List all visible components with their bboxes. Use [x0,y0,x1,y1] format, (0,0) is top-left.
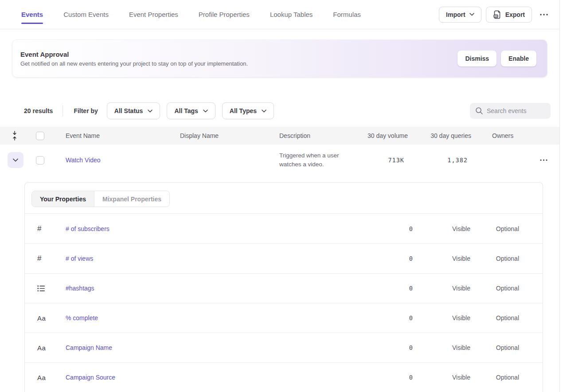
properties-panel-tabs: Your Properties Mixpanel Properties [25,183,543,214]
tags-filter-dropdown[interactable]: All Tags [167,102,215,119]
more-options-icon [540,14,548,16]
chevron-down-icon [13,158,18,162]
filter-toolbar: 20 results Filter by All Status All Tags… [24,102,551,119]
top-actions: Import csv Export [439,7,551,23]
column-header-queries: 30 day queries [408,132,471,139]
import-button[interactable]: Import [439,7,481,23]
property-visibility: Visible [413,225,470,232]
search-icon [475,107,483,115]
nav-tabs: Events Custom Events Event Properties Pr… [21,11,361,18]
status-filter-dropdown[interactable]: All Status [107,102,160,119]
tab-lookup-tables[interactable]: Lookup Tables [270,11,313,18]
column-header-display-name: Display Name [180,132,279,139]
properties-panel: Your Properties Mixpanel Properties # # … [24,182,543,392]
export-button[interactable]: csv Export [486,7,532,23]
property-count: 0 [360,255,413,262]
list-type-icon [25,285,66,292]
status-filter-label: All Status [114,107,143,114]
column-header-event-name: Event Name [66,132,180,139]
tab-profile-properties[interactable]: Profile Properties [199,11,250,18]
chevron-down-icon [203,110,208,113]
property-row: # # of views 0 Visible Optional [25,243,543,273]
banner-actions: Dismiss Enable [458,51,536,67]
property-count: 0 [360,374,413,381]
property-row: Aa Campaign Name 0 Visible Optional [25,333,543,362]
text-type-icon: Aa [25,344,66,352]
text-type-icon: Aa [25,374,66,381]
property-name-link[interactable]: # of views [66,255,93,262]
column-header-description: Description [279,132,355,139]
property-visibility: Visible [413,255,470,262]
property-visibility: Visible [413,344,470,351]
row-checkbox[interactable] [36,156,44,165]
chevron-down-icon [148,110,153,113]
svg-text:csv: csv [494,15,497,17]
banner-description: Get notified on all new events entering … [20,60,248,67]
import-button-label: Import [446,11,465,18]
tab-your-properties[interactable]: Your Properties [32,191,94,207]
lexicon-window: Events Custom Events Event Properties Pr… [0,0,567,392]
divider [63,105,63,117]
banner-title: Event Approval [20,51,248,58]
search-box [470,103,551,119]
property-row: Aa % complete 0 Visible Optional [25,303,543,333]
property-requirement: Optional [470,314,519,321]
table-header: Event Name Display Name Description 30 d… [0,127,559,145]
types-filter-dropdown[interactable]: All Types [222,102,274,119]
column-header-owners: Owners [471,132,528,139]
property-requirement: Optional [470,255,519,262]
property-visibility: Visible [413,374,470,381]
tags-filter-label: All Tags [174,107,198,114]
table-row: Watch Video Triggered when a user watche… [0,145,559,176]
tab-events[interactable]: Events [21,11,43,18]
queries-cell: 1,382 [408,157,471,164]
text-type-icon: Aa [25,314,66,322]
select-all-checkbox[interactable] [36,132,44,140]
property-name-link[interactable]: Campaign Source [66,374,115,381]
property-count: 0 [360,344,413,351]
filter-by-label: Filter by [74,107,98,114]
collapse-all-button[interactable] [0,131,29,141]
volume-cell: 713K [355,157,408,164]
event-approval-banner: Event Approval Get notified on all new e… [12,40,547,77]
row-more-options-button[interactable] [536,152,551,168]
number-type-icon: # [25,224,66,233]
tab-mixpanel-properties[interactable]: Mixpanel Properties [94,191,169,207]
scrollbar-track[interactable] [559,0,567,392]
more-options-icon [540,159,547,161]
property-requirement: Optional [470,225,519,232]
property-visibility: Visible [413,285,470,292]
property-name-link[interactable]: % complete [66,314,98,321]
property-count: 0 [360,314,413,321]
tab-custom-events[interactable]: Custom Events [63,11,109,18]
csv-file-icon: csv [493,10,501,19]
property-visibility: Visible [413,314,470,321]
property-name-link[interactable]: # of subscribers [66,225,109,232]
chevron-down-icon [469,13,474,16]
types-filter-label: All Types [230,107,257,114]
property-row: # # of subscribers 0 Visible Optional [25,214,543,243]
tab-event-properties[interactable]: Event Properties [129,11,178,18]
property-requirement: Optional [470,285,519,292]
property-row: Aa Campaign Source 0 Visible Optional [25,362,543,392]
collapse-row-button[interactable] [8,152,23,168]
tab-formulas[interactable]: Formulas [333,11,361,18]
property-name-link[interactable]: #hashtags [66,285,94,292]
results-count: 20 results [24,107,53,114]
dismiss-button[interactable]: Dismiss [458,51,497,67]
more-options-button[interactable] [536,7,551,23]
property-requirement: Optional [470,344,519,351]
banner-text: Event Approval Get notified on all new e… [20,51,248,67]
collapse-rows-icon [12,131,17,141]
column-header-volume: 30 day volume [355,132,408,139]
event-name-link[interactable]: Watch Video [66,157,101,164]
number-type-icon: # [25,254,66,263]
top-nav-bar: Events Custom Events Event Properties Pr… [0,0,559,29]
description-cell: Triggered when a user watches a video. [279,151,355,169]
export-button-label: Export [505,11,525,18]
enable-button[interactable]: Enable [501,51,536,67]
property-name-link[interactable]: Campaign Name [66,344,112,351]
property-row: #hashtags 0 Visible Optional [25,273,543,303]
chevron-down-icon [262,110,266,113]
property-count: 0 [360,225,413,232]
